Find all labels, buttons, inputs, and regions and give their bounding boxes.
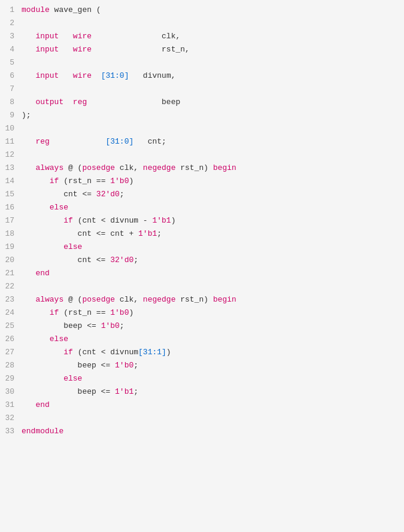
line-number: 7 <box>0 84 22 93</box>
line-content: beep <= 1'b1; <box>22 387 404 396</box>
line-number: 14 <box>0 177 22 186</box>
line-content: always @ (posedge clk, negedge rst_n) be… <box>22 295 404 304</box>
line-number: 28 <box>0 361 22 370</box>
line-number: 20 <box>0 256 22 265</box>
line-content: else <box>22 374 404 383</box>
line-content: else <box>22 335 404 343</box>
line-number: 31 <box>0 400 22 409</box>
line-content <box>22 282 404 291</box>
line-number: 22 <box>0 282 22 291</box>
line-number: 26 <box>0 335 22 343</box>
code-line: 19 else <box>0 242 404 255</box>
code-editor: 1module wave_gen (2 3 input wire clk,4 i… <box>0 0 404 532</box>
line-number: 10 <box>0 124 22 133</box>
line-content <box>22 19 404 28</box>
code-line: 5 <box>0 57 404 71</box>
line-content: else <box>22 242 404 251</box>
code-line: 2 <box>0 18 404 31</box>
line-number: 27 <box>0 348 22 357</box>
line-number: 15 <box>0 190 22 199</box>
line-content: ); <box>22 111 404 120</box>
line-number: 9 <box>0 111 22 120</box>
line-number: 2 <box>0 19 22 28</box>
line-number: 32 <box>0 414 22 422</box>
line-content: reg [31:0] cnt; <box>22 137 404 146</box>
line-number: 18 <box>0 229 22 238</box>
line-number: 3 <box>0 32 22 41</box>
line-content: if (cnt < divnum - 1'b1) <box>22 216 404 225</box>
line-number: 19 <box>0 242 22 251</box>
code-line: 4 input wire rst_n, <box>0 44 404 57</box>
line-content: end <box>22 269 404 278</box>
line-content: input wire [31:0] divnum, <box>22 71 404 80</box>
line-number: 25 <box>0 321 22 330</box>
code-line: 28 beep <= 1'b0; <box>0 360 404 373</box>
line-content: if (rst_n == 1'b0) <box>22 308 404 317</box>
code-line: 6 input wire [31:0] divnum, <box>0 71 404 84</box>
line-number: 11 <box>0 137 22 146</box>
code-line: 8 output reg beep <box>0 97 404 110</box>
line-number: 12 <box>0 150 22 159</box>
code-line: 11 reg [31:0] cnt; <box>0 136 404 150</box>
line-content: module wave_gen ( <box>22 5 404 14</box>
code-line: 30 beep <= 1'b1; <box>0 387 404 400</box>
line-content <box>22 124 404 133</box>
line-number: 16 <box>0 203 22 212</box>
line-number: 17 <box>0 216 22 225</box>
line-number: 5 <box>0 58 22 67</box>
line-content <box>22 414 404 422</box>
code-line: 14 if (rst_n == 1'b0) <box>0 176 404 189</box>
code-line: 16 else <box>0 202 404 215</box>
code-line: 12 <box>0 150 404 163</box>
line-number: 8 <box>0 98 22 107</box>
line-content <box>22 84 404 93</box>
code-line: 10 <box>0 123 404 136</box>
code-line: 18 cnt <= cnt + 1'b1; <box>0 229 404 242</box>
code-line: 31 end <box>0 400 404 413</box>
line-number: 33 <box>0 427 22 436</box>
code-line: 24 if (rst_n == 1'b0) <box>0 308 404 321</box>
code-line: 9); <box>0 110 404 123</box>
code-line: 29 else <box>0 373 404 387</box>
line-number: 30 <box>0 387 22 396</box>
line-number: 13 <box>0 163 22 172</box>
line-content: if (rst_n == 1'b0) <box>22 177 404 186</box>
line-content: cnt <= 32'd0; <box>22 256 404 265</box>
line-content: cnt <= cnt + 1'b1; <box>22 229 404 238</box>
code-line: 20 cnt <= 32'd0; <box>0 255 404 268</box>
code-line: 27 if (cnt < divnum[31:1]) <box>0 347 404 360</box>
line-content: else <box>22 203 404 212</box>
code-line: 26 else <box>0 334 404 347</box>
code-line: 32 <box>0 413 404 426</box>
line-number: 6 <box>0 71 22 80</box>
line-number: 24 <box>0 308 22 317</box>
line-content: output reg beep <box>22 98 404 107</box>
line-number: 21 <box>0 269 22 278</box>
line-content: cnt <= 32'd0; <box>22 190 404 199</box>
line-content: always @ (posedge clk, negedge rst_n) be… <box>22 163 404 172</box>
code-line: 21 end <box>0 268 404 281</box>
line-content: input wire clk, <box>22 32 404 41</box>
line-content <box>22 150 404 159</box>
line-content: beep <= 1'b0; <box>22 321 404 330</box>
code-line: 13 always @ (posedge clk, negedge rst_n)… <box>0 163 404 176</box>
line-content: endmodule <box>22 427 404 436</box>
code-line: 33endmodule <box>0 426 404 439</box>
code-line: 23 always @ (posedge clk, negedge rst_n)… <box>0 294 404 308</box>
line-number: 29 <box>0 374 22 383</box>
line-content: if (cnt < divnum[31:1]) <box>22 348 404 357</box>
code-line: 17 if (cnt < divnum - 1'b1) <box>0 215 404 229</box>
line-number: 23 <box>0 295 22 304</box>
line-content: beep <= 1'b0; <box>22 361 404 370</box>
code-line: 15 cnt <= 32'd0; <box>0 189 404 202</box>
line-number: 1 <box>0 5 22 14</box>
line-content: end <box>22 400 404 409</box>
code-line: 22 <box>0 281 404 294</box>
code-line: 3 input wire clk, <box>0 31 404 44</box>
code-line: 1module wave_gen ( <box>0 5 404 18</box>
code-line: 25 beep <= 1'b0; <box>0 321 404 334</box>
line-content <box>22 58 404 67</box>
code-line: 7 <box>0 84 404 97</box>
line-content: input wire rst_n, <box>22 45 404 54</box>
line-number: 4 <box>0 45 22 54</box>
